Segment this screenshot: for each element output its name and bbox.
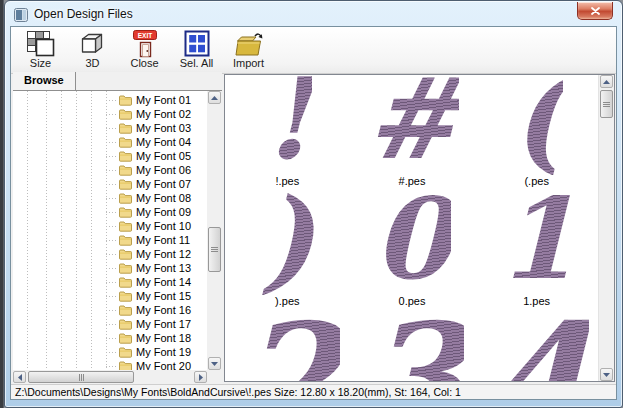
design-thumbnail[interactable]: ! !.pes	[225, 75, 350, 187]
tree-item-folder[interactable]: My Font 16	[13, 303, 207, 317]
embroidery-glyph: )	[261, 183, 314, 295]
preview-vertical-scrollbar[interactable]	[598, 75, 614, 381]
tree-elbow-connector	[106, 296, 118, 297]
tree-item-label: My Font 07	[136, 178, 191, 190]
tree-item-folder[interactable]: My Font 17	[13, 317, 207, 331]
design-thumbnail[interactable]: 1 1.pes	[474, 187, 599, 307]
tree-item-folder[interactable]: My Font 02	[13, 107, 207, 121]
thumb-grip	[211, 249, 218, 250]
folder-icon	[119, 235, 132, 246]
tree-item-folder[interactable]: My Font 15	[13, 289, 207, 303]
tree-item-label: My Font 12	[136, 248, 191, 260]
tree-item-label: My Font 10	[136, 220, 191, 232]
tree-hscrollbar-thumb[interactable]	[28, 371, 134, 383]
scroll-up-icon	[603, 80, 610, 84]
tree-item-folder[interactable]: My Font 12	[13, 247, 207, 261]
tab-browse[interactable]: Browse	[13, 72, 76, 90]
import-button-label: Import	[233, 58, 264, 69]
scroll-down-button[interactable]	[208, 357, 221, 370]
embroidery-glyph: 4	[484, 307, 588, 381]
scroll-down-icon	[603, 373, 610, 377]
size-icon	[26, 30, 56, 58]
tree-elbow-connector	[106, 282, 118, 283]
folder-icon	[119, 207, 132, 218]
design-thumbnail[interactable]: ) ).pes	[225, 187, 350, 307]
tree-elbow-connector	[106, 184, 118, 185]
scroll-right-button[interactable]	[194, 371, 207, 383]
design-thumbnail[interactable]: 4	[474, 307, 599, 381]
tree-scrollbar-thumb[interactable]	[208, 227, 221, 272]
tree-item-folder[interactable]: My Font 14	[13, 275, 207, 289]
select-all-button[interactable]: Sel. All	[173, 29, 220, 72]
tree-item-folder[interactable]: My Font 13	[13, 261, 207, 275]
tree-item-label: My Font 15	[136, 290, 191, 302]
tree-item-folder[interactable]: My Font 01	[13, 93, 207, 107]
tree-item-folder[interactable]: My Font 18	[13, 331, 207, 345]
app-icon	[14, 8, 28, 22]
embroidery-glyph: 1	[498, 183, 576, 295]
tree-elbow-connector	[106, 254, 118, 255]
tree-item-folder[interactable]: My Font 11	[13, 233, 207, 247]
tree-item-folder[interactable]: My Font 19	[13, 345, 207, 359]
tree-item-folder[interactable]: My Font 10	[13, 219, 207, 233]
embroidery-glyph-box: (	[474, 75, 599, 175]
tree-item-folder[interactable]: My Font 04	[13, 135, 207, 149]
tree-elbow-connector	[106, 226, 118, 227]
title-bar[interactable]: Open Design Files	[6, 2, 621, 26]
scroll-up-button[interactable]	[600, 75, 613, 88]
design-thumbnail[interactable]: 3	[350, 307, 475, 381]
design-thumbnail[interactable]: ( (.pes	[474, 75, 599, 187]
size-button[interactable]: Size	[17, 29, 64, 72]
tree-elbow-connector	[106, 156, 118, 157]
embroidery-glyph: 2	[235, 307, 339, 381]
design-thumbnail[interactable]: # #.pes	[350, 75, 475, 187]
tree-elbow-connector	[106, 352, 118, 353]
scroll-up-button[interactable]	[208, 91, 221, 104]
scroll-left-button[interactable]	[13, 371, 26, 383]
exit-door-icon: EXIT	[130, 30, 160, 58]
scroll-down-button[interactable]	[600, 368, 613, 381]
tree-item-folder[interactable]: My Font 03	[13, 121, 207, 135]
close-view-button[interactable]: EXIT Close	[121, 29, 168, 72]
design-grid: ! !.pes # #.pes	[225, 75, 599, 381]
import-button[interactable]: Import	[225, 29, 272, 72]
folder-icon	[119, 151, 132, 162]
tree-item-folder[interactable]: My Font 09	[13, 205, 207, 219]
design-preview-panel: ! !.pes # #.pes	[224, 74, 615, 382]
select-all-button-label: Sel. All	[180, 58, 214, 69]
tree-elbow-connector	[106, 240, 118, 241]
close-button[interactable]	[577, 2, 613, 20]
open-design-files-window: Open Design Files	[4, 0, 623, 408]
folder-icon	[119, 137, 132, 148]
select-all-icon	[182, 30, 212, 58]
tree-item-folder[interactable]: My Font 08	[13, 191, 207, 205]
folder-icon	[119, 263, 132, 274]
design-thumbnail[interactable]: 0 0.pes	[350, 187, 475, 307]
tree-item-folder[interactable]: My Font 20	[13, 359, 207, 370]
embroidery-glyph-box: 3	[350, 307, 475, 381]
tree-item-folder[interactable]: My Font 05	[13, 149, 207, 163]
client-area: Size 3D EXIT	[10, 26, 617, 400]
scrollbar-corner	[207, 370, 222, 384]
tree-elbow-connector	[106, 198, 118, 199]
embroidery-glyph-box: )	[225, 183, 350, 295]
tree-item-label: My Font 02	[136, 108, 191, 120]
size-button-label: Size	[30, 58, 51, 69]
tree-elbow-connector	[106, 366, 118, 367]
tree-item-label: My Font 16	[136, 304, 191, 316]
preview-scrollbar-thumb[interactable]	[600, 90, 613, 118]
embroidery-glyph: #	[365, 75, 459, 175]
3d-button[interactable]: 3D	[69, 29, 116, 72]
tree-item-folder[interactable]: My Font 07	[13, 177, 207, 191]
folder-icon	[119, 291, 132, 302]
tree-item-folder[interactable]: My Font 06	[13, 163, 207, 177]
design-thumbnail[interactable]: 2	[225, 307, 350, 381]
tree-horizontal-scrollbar[interactable]	[13, 370, 207, 384]
tree-vertical-scrollbar[interactable]	[207, 91, 222, 370]
tree-item-label: My Font 04	[136, 136, 191, 148]
embroidery-glyph-box: 4	[474, 307, 599, 381]
folder-icon	[119, 347, 132, 358]
folder-icon	[119, 249, 132, 260]
status-text: Z:\Documents\Designs\My Fonts\BoldAndCur…	[15, 386, 461, 398]
tree-elbow-connector	[106, 114, 118, 115]
